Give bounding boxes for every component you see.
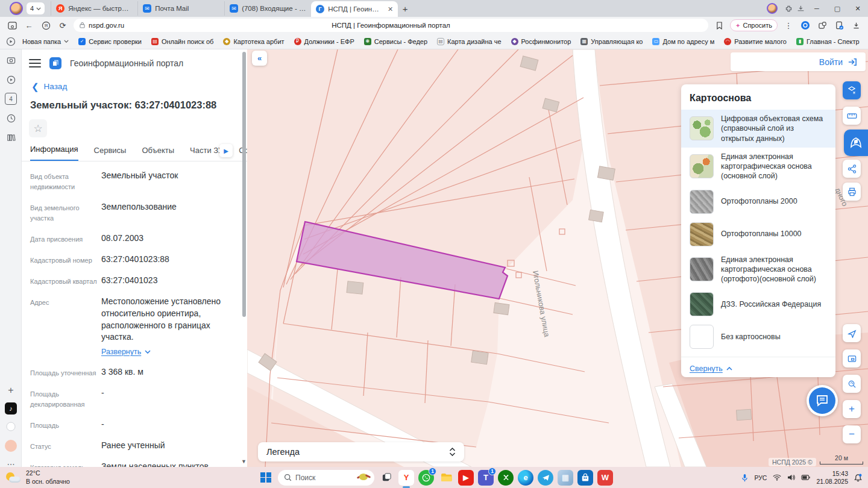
locate-button[interactable] [843,324,861,342]
library-icon[interactable] [5,131,17,143]
measure-button[interactable] [843,107,861,125]
volume-icon[interactable] [787,474,795,481]
browser-profile-avatar[interactable] [10,2,23,15]
basemap-option-digital-scheme[interactable]: Цифровая объектовая схема (справочный сл… [681,110,835,148]
account-avatar[interactable] [767,3,778,14]
tabs-next-button[interactable]: ▶ [219,144,233,157]
language-indicator[interactable]: РУС [754,474,767,481]
tab-counter[interactable]: 4 [27,2,45,14]
yandex-browser-app[interactable]: Y [398,470,414,486]
panel-scrollbar[interactable] [242,52,246,317]
expand-address-link[interactable]: Развернуть [101,347,239,358]
teams-app[interactable]: T 1 [478,470,494,486]
ask-ai-button[interactable]: ✦ Спросить [730,19,778,31]
scroll-down-icon[interactable]: ▼ [241,458,247,465]
basemap-button[interactable] [844,130,868,156]
file-explorer-app[interactable] [438,470,454,486]
bookmark-item[interactable]: ◠Развитие малого [720,38,791,45]
tab-information[interactable]: Информация [30,145,78,161]
wifi-icon[interactable] [773,474,781,481]
legend-bar[interactable]: Легенда [258,442,464,461]
music-app-icon[interactable] [5,440,17,452]
edge-app[interactable]: e [518,470,533,486]
task-view-button[interactable] [379,470,394,486]
menu-hamburger-icon[interactable] [29,57,41,70]
youtube-app[interactable]: ▶ [458,470,474,486]
bookmark-flag-icon[interactable] [713,19,725,31]
tab-parts[interactable]: Части ЗУ [190,146,223,161]
overview-map-button[interactable] [843,349,861,368]
tiktok-icon[interactable]: ♪ [5,402,17,414]
notifications-bell-icon[interactable] [854,474,862,482]
back-link[interactable]: ❮ Назад [22,74,247,92]
bookmark-item[interactable]: ▦Управляющая ко [576,38,647,45]
yandex-services-icon[interactable]: Я [40,19,52,31]
sidebar-toggle-icon[interactable] [6,19,18,31]
search-area-button[interactable] [843,375,861,393]
extension-paw-icon[interactable] [816,19,828,31]
screenshot-icon[interactable] [5,54,17,66]
tab-objects[interactable]: Объекты [142,146,174,161]
basemap-option-eeko-ortho[interactable]: Единая электронная картографическая осно… [681,251,835,289]
xbox-app[interactable] [498,470,514,486]
basemap-option-ortho-2000[interactable]: Ортофотопланы 2000 [681,186,835,218]
more-menu-icon[interactable]: ⋮ [782,19,794,31]
bookmark-item[interactable]: ₽Должники - ЕФР [290,38,359,45]
play-collections-icon[interactable] [5,36,17,48]
downloads-tray-icon[interactable] [794,2,807,14]
bookmark-item[interactable]: ■ЗИМ Галерея — з [865,38,868,45]
zoom-in-button[interactable]: + [843,400,861,418]
bookmark-item[interactable]: ◆Картотека арбит [219,38,288,45]
map-canvas[interactable]: Игольникова улица дного « Войти [247,49,868,467]
tab-yandex-search[interactable]: Я Яндекс — быстрый поиск [51,1,137,16]
share-button[interactable] [843,160,861,178]
zoom-out-button[interactable]: − [843,425,861,443]
basemap-option-none[interactable]: Без картоосновы [681,321,835,353]
video-play-icon[interactable] [5,74,17,86]
reload-icon[interactable]: ⟳ [57,19,69,31]
tab-services[interactable]: Сервисы [94,146,127,161]
tab-inbox[interactable]: ✉ (708) Входящие - Почта М [224,1,311,16]
films-tv-app[interactable]: ▦ [558,470,573,486]
taskbar-weather[interactable]: 22°C В осн. облачно [6,469,108,485]
messenger-icon[interactable] [799,19,811,31]
taskbar-clock[interactable]: 15:43 21.08.2025 [816,470,848,485]
start-button[interactable] [258,470,274,486]
battery-icon[interactable] [801,475,810,480]
bookmark-item[interactable]: ▮Главная - Спектр [792,38,864,45]
add-panel-icon[interactable]: + [5,384,17,396]
new-tab-button[interactable]: + [398,4,412,14]
bookmark-item[interactable]: ▤Онлайн поиск об [147,38,218,45]
wps-office-app[interactable]: W [597,470,613,486]
basemap-option-eeko[interactable]: Единая электронная картографическая осно… [681,148,835,186]
favorite-star-button[interactable]: ☆ [29,119,47,137]
tab-close-icon[interactable]: ✕ [388,5,393,13]
bookmark-item[interactable]: ❋Сервисы - Федер [360,38,432,45]
basemap-option-dzz[interactable]: ДЗЗ. Российская Федерация [681,288,835,321]
maximize-button[interactable]: ▢ [827,0,848,17]
tab-nspd-active[interactable]: Г НСПД | Геоинформац ✕ [311,1,398,17]
panel-collapse-button[interactable]: « [252,51,267,66]
bookmark-folder[interactable]: Новая папка [18,38,73,45]
print-button[interactable] [843,183,861,201]
app-icon[interactable] [5,421,17,433]
bookmark-item[interactable]: ▭Дом по адресу м [648,38,719,45]
clear-layers-button[interactable] [843,81,861,99]
tab-mail[interactable]: ✉ Почта Mail [137,1,224,16]
download-icon[interactable] [850,19,862,31]
address-bar[interactable]: nspd.gov.ru НСПД | Геоинформационный пор… [74,19,708,32]
history-clock-icon[interactable] [5,112,17,124]
telegram-app[interactable] [538,470,553,486]
chat-widget[interactable] [807,385,838,416]
bookmark-item[interactable]: ✓Сервис проверки [74,38,146,45]
microphone-icon[interactable] [741,474,748,482]
tabs-count-icon[interactable]: 4 [5,93,17,105]
doc-check-icon[interactable] [833,19,845,31]
minimize-button[interactable]: ─ [807,0,827,17]
ms-store-app[interactable] [577,470,593,486]
extensions-icon[interactable] [782,2,794,14]
whatsapp-app[interactable]: 1 [418,470,434,486]
basemap-option-ortho-10000[interactable]: Ортофотопланы 10000 [681,218,835,251]
back-icon[interactable]: ← [23,19,35,31]
collapse-basemap-link[interactable]: Свернуть [681,357,835,377]
